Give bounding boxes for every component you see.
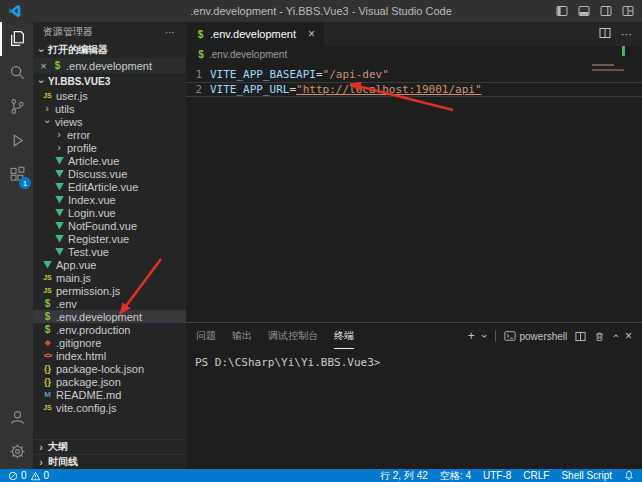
- vue-icon: [53, 183, 66, 191]
- toggle-panel-icon[interactable]: [578, 5, 590, 17]
- tree-item-Register.vue[interactable]: Register.vue: [33, 232, 186, 245]
- tree-item-utils[interactable]: ›utils: [33, 102, 186, 115]
- close-icon[interactable]: ×: [38, 60, 49, 72]
- encoding-status[interactable]: UTF-8: [483, 470, 511, 481]
- activity-run-debug[interactable]: [0, 124, 33, 158]
- toggle-secondary-sidebar-icon[interactable]: [600, 5, 612, 17]
- tree-item-vite.config.js[interactable]: JSvite.config.js: [33, 401, 186, 414]
- more-actions-icon[interactable]: ⋯: [165, 27, 176, 38]
- panel-tab-输出[interactable]: 输出: [232, 323, 252, 349]
- close-panel-icon[interactable]: ×: [625, 330, 632, 342]
- tree-item-index.html[interactable]: <>index.html: [33, 349, 186, 362]
- language-mode[interactable]: Shell Script: [561, 470, 612, 481]
- code-line-2[interactable]: 2VITE_APP_URL="http://localhost:19001/ap…: [186, 82, 642, 97]
- activity-extensions[interactable]: 1: [0, 158, 33, 192]
- tree-item-App.vue[interactable]: App.vue: [33, 258, 186, 271]
- panel-tab-调试控制台[interactable]: 调试控制台: [268, 323, 318, 349]
- tree-item-profile[interactable]: ›profile: [33, 141, 186, 154]
- gear-icon: [9, 443, 26, 462]
- new-terminal-icon[interactable]: +: [468, 330, 475, 342]
- env-file-icon: $: [41, 298, 54, 309]
- code-editor[interactable]: 1VITE_APP_BASEAPI="/api-dev"2VITE_APP_UR…: [186, 62, 642, 322]
- panel-tab-问题[interactable]: 问题: [196, 323, 216, 349]
- chevron-right-icon: ›: [53, 129, 65, 140]
- tree-item-user.js[interactable]: JSuser.js: [33, 89, 186, 102]
- tree-item-Index.vue[interactable]: Index.vue: [33, 193, 186, 206]
- chevron-down-icon[interactable]: ›: [479, 334, 491, 338]
- status-bar: 0 0 行 2, 列 42 空格: 4 UTF-8 CRLF Shell Scr…: [0, 469, 642, 482]
- breadcrumb[interactable]: $ .env.development: [186, 46, 642, 62]
- activity-bar: 1: [0, 22, 33, 469]
- maximize-panel-icon[interactable]: ›: [609, 334, 621, 338]
- notifications-bell-icon[interactable]: [624, 470, 634, 481]
- line-number: 1: [186, 67, 202, 82]
- activity-accounts[interactable]: [0, 401, 33, 435]
- tab-env-development[interactable]: $ .env.development ×: [186, 22, 324, 46]
- project-label: YI.BBS.VUE3: [48, 76, 110, 87]
- open-editor-item[interactable]: × $ .env.development: [33, 58, 186, 73]
- warning-count: 0: [44, 470, 50, 481]
- timeline-section[interactable]: › 时间线: [33, 454, 186, 469]
- tree-item-.env[interactable]: $.env: [33, 297, 186, 310]
- activity-settings[interactable]: [0, 435, 33, 469]
- more-actions-icon[interactable]: ⋯: [621, 28, 632, 41]
- customize-layout-icon[interactable]: [622, 5, 634, 17]
- terminal-icon: [504, 330, 516, 342]
- file-name: permission.js: [56, 285, 120, 297]
- tree-item-error[interactable]: ›error: [33, 128, 186, 141]
- open-editor-file-name: .env.development: [66, 60, 152, 72]
- extensions-badge: 1: [19, 177, 31, 189]
- toggle-sidebar-icon[interactable]: [556, 5, 568, 17]
- breadcrumb-file: .env.development: [209, 49, 287, 60]
- tree-item-.gitignore[interactable]: ◆.gitignore: [33, 336, 186, 349]
- env-file-icon: $: [195, 29, 206, 40]
- trash-icon[interactable]: [594, 331, 605, 342]
- file-name: .env.development: [56, 311, 142, 323]
- sidebar-title: 资源管理器: [43, 25, 93, 39]
- vue-triangle: [55, 209, 64, 217]
- eol-status[interactable]: CRLF: [523, 470, 549, 481]
- vue-icon: [53, 222, 66, 230]
- warning-icon: [30, 471, 41, 481]
- project-section[interactable]: › YI.BBS.VUE3: [33, 73, 186, 89]
- panel-tab-终端[interactable]: 终端: [334, 323, 354, 349]
- tree-item-README.md[interactable]: MREADME.md: [33, 388, 186, 401]
- terminal[interactable]: PS D:\CSharp\Yi\Yi.BBS.Vue3>: [186, 349, 642, 469]
- problems-status[interactable]: 0 0: [8, 470, 49, 481]
- tree-item-EditArticle.vue[interactable]: EditArticle.vue: [33, 180, 186, 193]
- tree-item-main.js[interactable]: JSmain.js: [33, 271, 186, 284]
- minimap[interactable]: [592, 64, 626, 74]
- tree-item-Discuss.vue[interactable]: Discuss.vue: [33, 167, 186, 180]
- tree-item-Login.vue[interactable]: Login.vue: [33, 206, 186, 219]
- activity-source-control[interactable]: [0, 90, 33, 124]
- tree-item-permission.js[interactable]: JSpermission.js: [33, 284, 186, 297]
- tree-item-package.json[interactable]: {}package.json: [33, 375, 186, 388]
- terminal-profile-button[interactable]: powershell: [504, 330, 568, 342]
- code-token: =: [289, 82, 296, 97]
- code-token: "/api-dev": [323, 67, 389, 82]
- code-line-1[interactable]: 1VITE_APP_BASEAPI="/api-dev": [186, 67, 642, 82]
- chevron-right-icon: ›: [41, 103, 53, 114]
- main-area: 1 资源管理器 ⋯ › 打开的编辑器 × $ .env.development …: [0, 22, 642, 469]
- tree-item-Article.vue[interactable]: Article.vue: [33, 154, 186, 167]
- open-editors-section[interactable]: › 打开的编辑器: [33, 42, 186, 58]
- split-terminal-icon[interactable]: [575, 331, 586, 342]
- activity-explorer[interactable]: [0, 22, 33, 56]
- tree-item-.env.development[interactable]: $.env.development: [33, 310, 186, 323]
- vue-icon: [41, 261, 54, 269]
- tree-item-NotFound.vue[interactable]: NotFound.vue: [33, 219, 186, 232]
- outline-section[interactable]: › 大纲: [33, 439, 186, 454]
- file-name: package-lock.json: [56, 363, 144, 375]
- split-editor-icon[interactable]: [599, 27, 611, 41]
- activity-search[interactable]: [0, 56, 33, 90]
- indentation-status[interactable]: 空格: 4: [440, 469, 471, 482]
- chevron-right-icon: ›: [53, 142, 65, 153]
- tree-item-.env.production[interactable]: $.env.production: [33, 323, 186, 336]
- tree-item-Test.vue[interactable]: Test.vue: [33, 245, 186, 258]
- vue-triangle: [55, 235, 64, 243]
- tree-item-package-lock.json[interactable]: {}package-lock.json: [33, 362, 186, 375]
- tree-item-views[interactable]: ›views: [33, 115, 186, 128]
- close-icon[interactable]: ×: [308, 27, 315, 41]
- timeline-label: 时间线: [48, 455, 78, 469]
- cursor-position[interactable]: 行 2, 列 42: [380, 469, 428, 482]
